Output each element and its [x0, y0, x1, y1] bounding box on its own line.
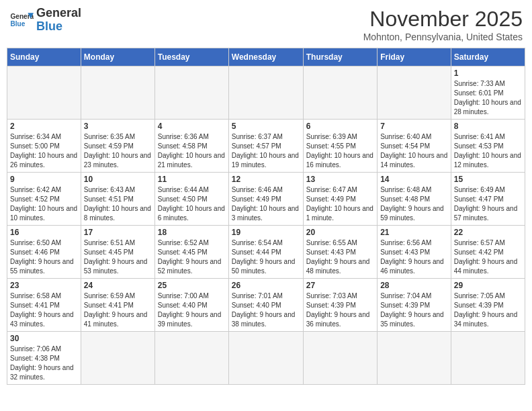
- column-header-friday: Friday: [378, 48, 451, 66]
- calendar-cell: [228, 332, 303, 385]
- day-info: Sunrise: 6:57 AM Sunset: 4:42 PM Dayligh…: [454, 238, 522, 276]
- calendar-week-5: 23Sunrise: 6:58 AM Sunset: 4:41 PM Dayli…: [7, 279, 525, 332]
- day-number: 2: [10, 122, 78, 131]
- calendar-cell: 21Sunrise: 6:56 AM Sunset: 4:43 PM Dayli…: [378, 226, 451, 279]
- calendar-cell: 13Sunrise: 6:47 AM Sunset: 4:49 PM Dayli…: [303, 173, 377, 226]
- calendar-cell: [378, 66, 451, 120]
- day-number: 10: [84, 175, 152, 184]
- day-info: Sunrise: 6:48 AM Sunset: 4:48 PM Dayligh…: [380, 185, 448, 223]
- day-number: 29: [454, 281, 522, 290]
- calendar-cell: 22Sunrise: 6:57 AM Sunset: 4:42 PM Dayli…: [451, 226, 525, 279]
- day-number: 15: [454, 175, 522, 184]
- column-header-wednesday: Wednesday: [228, 48, 303, 66]
- day-info: Sunrise: 6:37 AM Sunset: 4:57 PM Dayligh…: [232, 132, 300, 170]
- day-info: Sunrise: 6:39 AM Sunset: 4:55 PM Dayligh…: [306, 132, 374, 170]
- calendar-cell: 16Sunrise: 6:50 AM Sunset: 4:46 PM Dayli…: [7, 226, 81, 279]
- calendar-cell: 23Sunrise: 6:58 AM Sunset: 4:41 PM Dayli…: [7, 279, 81, 332]
- day-info: Sunrise: 6:42 AM Sunset: 4:52 PM Dayligh…: [10, 185, 78, 223]
- calendar-cell: 4Sunrise: 6:36 AM Sunset: 4:58 PM Daylig…: [154, 120, 228, 173]
- column-header-sunday: Sunday: [7, 48, 81, 66]
- calendar-cell: 3Sunrise: 6:35 AM Sunset: 4:59 PM Daylig…: [81, 120, 154, 173]
- calendar-cell: 29Sunrise: 7:05 AM Sunset: 4:39 PM Dayli…: [451, 279, 525, 332]
- calendar-cell: 12Sunrise: 6:46 AM Sunset: 4:49 PM Dayli…: [228, 173, 303, 226]
- day-number: 11: [158, 175, 226, 184]
- logo: General Blue General Blue: [9, 7, 81, 34]
- day-number: 23: [10, 281, 78, 290]
- day-info: Sunrise: 6:40 AM Sunset: 4:54 PM Dayligh…: [380, 132, 448, 170]
- calendar-week-3: 9Sunrise: 6:42 AM Sunset: 4:52 PM Daylig…: [7, 173, 525, 226]
- day-info: Sunrise: 6:51 AM Sunset: 4:45 PM Dayligh…: [84, 238, 152, 276]
- day-info: Sunrise: 6:56 AM Sunset: 4:43 PM Dayligh…: [380, 238, 448, 276]
- day-info: Sunrise: 6:44 AM Sunset: 4:50 PM Dayligh…: [158, 185, 226, 223]
- day-number: 17: [84, 228, 152, 237]
- calendar-cell: 15Sunrise: 6:49 AM Sunset: 4:47 PM Dayli…: [451, 173, 525, 226]
- calendar-cell: 17Sunrise: 6:51 AM Sunset: 4:45 PM Dayli…: [81, 226, 154, 279]
- day-info: Sunrise: 6:34 AM Sunset: 5:00 PM Dayligh…: [10, 132, 78, 170]
- calendar-week-6: 30Sunrise: 7:06 AM Sunset: 4:38 PM Dayli…: [7, 332, 525, 385]
- calendar-cell: 10Sunrise: 6:43 AM Sunset: 4:51 PM Dayli…: [81, 173, 154, 226]
- day-number: 26: [232, 281, 300, 290]
- day-number: 14: [380, 175, 448, 184]
- calendar-week-1: 1Sunrise: 7:33 AM Sunset: 6:01 PM Daylig…: [7, 66, 525, 120]
- day-info: Sunrise: 7:03 AM Sunset: 4:39 PM Dayligh…: [306, 291, 374, 329]
- day-number: 1: [454, 68, 522, 78]
- day-number: 25: [158, 281, 226, 290]
- day-info: Sunrise: 6:50 AM Sunset: 4:46 PM Dayligh…: [10, 238, 78, 276]
- day-number: 18: [158, 228, 226, 237]
- calendar-cell: [228, 66, 303, 120]
- day-number: 19: [232, 228, 300, 237]
- day-info: Sunrise: 7:04 AM Sunset: 4:39 PM Dayligh…: [380, 291, 448, 329]
- column-header-tuesday: Tuesday: [154, 48, 228, 66]
- calendar-cell: [154, 66, 228, 120]
- calendar-cell: [303, 66, 377, 120]
- calendar-cell: 19Sunrise: 6:54 AM Sunset: 4:44 PM Dayli…: [228, 226, 303, 279]
- logo-icon: General Blue: [9, 8, 34, 32]
- day-number: 12: [232, 175, 300, 184]
- calendar-cell: 11Sunrise: 6:44 AM Sunset: 4:50 PM Dayli…: [154, 173, 228, 226]
- calendar-cell: 7Sunrise: 6:40 AM Sunset: 4:54 PM Daylig…: [378, 120, 451, 173]
- calendar-cell: [303, 332, 377, 385]
- calendar-cell: 9Sunrise: 6:42 AM Sunset: 4:52 PM Daylig…: [7, 173, 81, 226]
- day-info: Sunrise: 6:47 AM Sunset: 4:49 PM Dayligh…: [306, 185, 374, 223]
- day-number: 5: [232, 122, 300, 131]
- calendar-cell: 2Sunrise: 6:34 AM Sunset: 5:00 PM Daylig…: [7, 120, 81, 173]
- day-info: Sunrise: 6:54 AM Sunset: 4:44 PM Dayligh…: [232, 238, 300, 276]
- day-info: Sunrise: 6:55 AM Sunset: 4:43 PM Dayligh…: [306, 238, 374, 276]
- calendar-cell: [451, 332, 525, 385]
- calendar-cell: 1Sunrise: 7:33 AM Sunset: 6:01 PM Daylig…: [451, 66, 525, 120]
- location: Mohnton, Pennsylvania, United States: [363, 32, 523, 42]
- calendar-cell: [378, 332, 451, 385]
- header: General Blue General Blue November 2025 …: [7, 7, 525, 42]
- calendar-week-2: 2Sunrise: 6:34 AM Sunset: 5:00 PM Daylig…: [7, 120, 525, 173]
- day-number: 28: [380, 281, 448, 290]
- svg-text:Blue: Blue: [10, 20, 25, 28]
- calendar-cell: 20Sunrise: 6:55 AM Sunset: 4:43 PM Dayli…: [303, 226, 377, 279]
- title-area: November 2025 Mohnton, Pennsylvania, Uni…: [363, 7, 523, 42]
- calendar-cell: 25Sunrise: 7:00 AM Sunset: 4:40 PM Dayli…: [154, 279, 228, 332]
- day-number: 8: [454, 122, 522, 131]
- calendar: SundayMondayTuesdayWednesdayThursdayFrid…: [7, 48, 525, 385]
- day-number: 16: [10, 228, 78, 237]
- day-number: 6: [306, 122, 374, 131]
- calendar-cell: 14Sunrise: 6:48 AM Sunset: 4:48 PM Dayli…: [378, 173, 451, 226]
- calendar-cell: 5Sunrise: 6:37 AM Sunset: 4:57 PM Daylig…: [228, 120, 303, 173]
- day-info: Sunrise: 7:05 AM Sunset: 4:39 PM Dayligh…: [454, 291, 522, 329]
- day-number: 24: [84, 281, 152, 290]
- day-info: Sunrise: 6:46 AM Sunset: 4:49 PM Dayligh…: [232, 185, 300, 223]
- calendar-cell: 8Sunrise: 6:41 AM Sunset: 4:53 PM Daylig…: [451, 120, 525, 173]
- calendar-cell: 26Sunrise: 7:01 AM Sunset: 4:40 PM Dayli…: [228, 279, 303, 332]
- day-number: 21: [380, 228, 448, 237]
- day-info: Sunrise: 6:52 AM Sunset: 4:45 PM Dayligh…: [158, 238, 226, 276]
- calendar-cell: [154, 332, 228, 385]
- day-info: Sunrise: 7:33 AM Sunset: 6:01 PM Dayligh…: [454, 79, 522, 117]
- calendar-cell: [81, 332, 154, 385]
- day-number: 13: [306, 175, 374, 184]
- calendar-week-4: 16Sunrise: 6:50 AM Sunset: 4:46 PM Dayli…: [7, 226, 525, 279]
- column-header-thursday: Thursday: [303, 48, 377, 66]
- day-number: 7: [380, 122, 448, 131]
- day-info: Sunrise: 7:01 AM Sunset: 4:40 PM Dayligh…: [232, 291, 300, 329]
- day-info: Sunrise: 7:06 AM Sunset: 4:38 PM Dayligh…: [10, 345, 78, 382]
- column-header-saturday: Saturday: [451, 48, 525, 66]
- day-info: Sunrise: 6:41 AM Sunset: 4:53 PM Dayligh…: [454, 132, 522, 170]
- day-number: 4: [158, 122, 226, 131]
